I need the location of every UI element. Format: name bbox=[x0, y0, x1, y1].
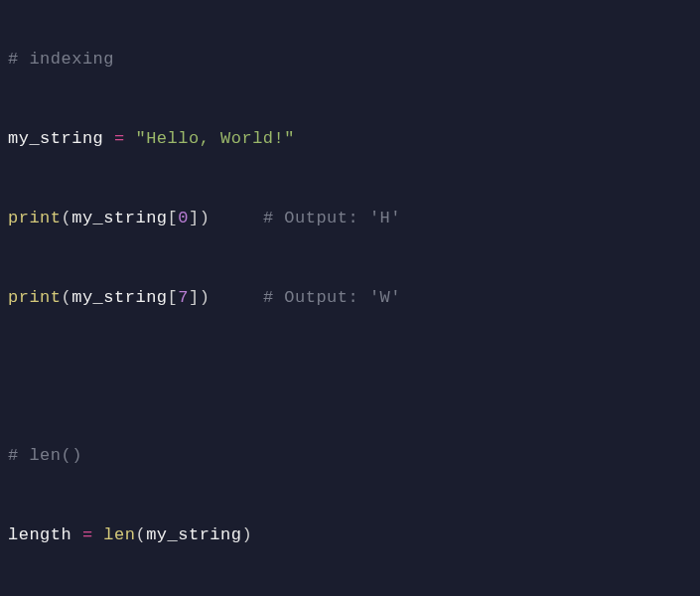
variable: my_string bbox=[71, 288, 167, 307]
code-line: my_string = "Hello, World!" bbox=[8, 119, 692, 159]
comment: # len() bbox=[8, 446, 82, 465]
string-literal: "Hello, World!" bbox=[135, 129, 295, 148]
number-literal: 7 bbox=[178, 288, 189, 307]
number-literal: 0 bbox=[178, 209, 189, 227]
code-line: # indexing bbox=[8, 40, 692, 79]
operator: = bbox=[103, 129, 135, 148]
function-call: print bbox=[8, 209, 62, 227]
variable: length bbox=[8, 525, 71, 544]
code-editor-content: # indexing my_string = "Hello, World!" p… bbox=[8, 0, 692, 596]
code-line: print(my_string[7]) # Output: 'W' bbox=[8, 278, 692, 318]
code-line: length = len(my_string) bbox=[8, 516, 692, 555]
bracket: ]) bbox=[189, 288, 210, 307]
bracket: ]) bbox=[189, 209, 210, 227]
code-line: # len() bbox=[8, 436, 692, 476]
variable: my_string bbox=[8, 129, 103, 148]
code-line-blank bbox=[8, 357, 692, 396]
comment: # Output: 'H' bbox=[263, 209, 401, 227]
paren: ) bbox=[241, 525, 252, 544]
paren: ( bbox=[135, 525, 146, 544]
spacing bbox=[210, 288, 263, 307]
paren: ( bbox=[62, 209, 72, 227]
comment: # indexing bbox=[8, 50, 114, 69]
function-call: len bbox=[103, 525, 135, 544]
variable: my_string bbox=[146, 525, 241, 544]
code-line: print(my_string[0]) # Output: 'H' bbox=[8, 199, 692, 238]
comment: # Output: 'W' bbox=[263, 288, 401, 307]
spacing bbox=[210, 209, 263, 227]
function-call: print bbox=[8, 288, 62, 307]
paren: ( bbox=[62, 288, 72, 307]
operator: = bbox=[71, 525, 103, 544]
variable: my_string bbox=[71, 209, 167, 227]
bracket: [ bbox=[168, 209, 179, 227]
bracket: [ bbox=[168, 288, 179, 307]
